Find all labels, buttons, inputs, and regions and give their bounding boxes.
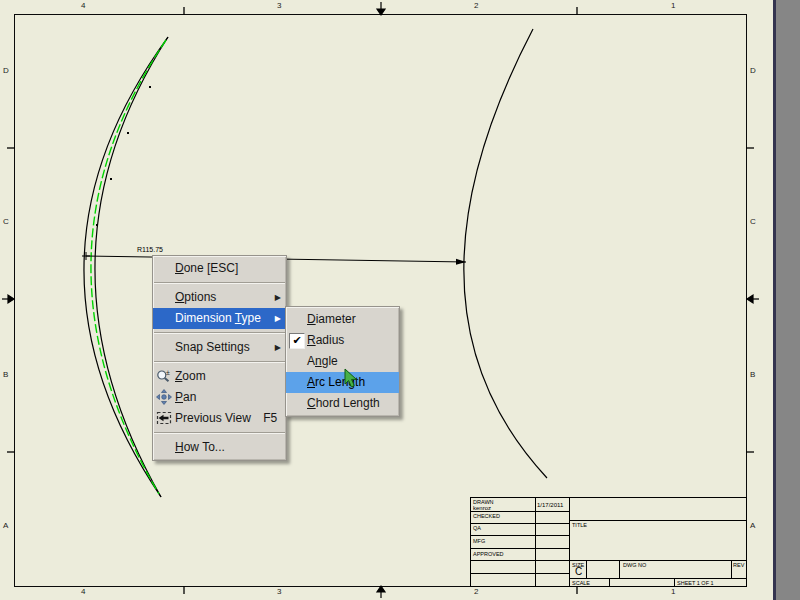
title-block-line — [471, 535, 570, 536]
title-block-line — [569, 578, 746, 579]
title-label: TITLE — [572, 522, 587, 528]
title-block: DRAWN kenroz 1/17/2011 CHECKED QA MFG AP… — [470, 497, 747, 587]
menu-item-label: Angle — [307, 354, 338, 368]
menu-item-label: Zoom — [175, 369, 206, 383]
context-menu: Done [ESC] Options ▶ Dimension Type ▶ Sn… — [152, 255, 287, 461]
zone-label-right-D: D — [750, 67, 756, 75]
previous-view-icon — [156, 410, 172, 426]
submenu-arrow-icon: ▶ — [275, 287, 281, 308]
menu-item-zoom[interactable]: ± Zoom — [153, 366, 286, 387]
menu-separator — [154, 282, 285, 284]
menu-item-label: Dimension Type — [175, 311, 261, 325]
menu-item-done[interactable]: Done [ESC] — [153, 258, 286, 279]
menu-item-label: Previous View — [175, 411, 251, 425]
menu-item-label: Pan — [175, 390, 196, 404]
zone-label-top-2: 2 — [474, 2, 478, 10]
submenu-arrow-icon: ▶ — [275, 308, 281, 329]
dimension-value-label[interactable]: R115.75 — [137, 246, 163, 253]
zone-label-bottom-3: 3 — [277, 588, 281, 596]
qa-label: QA — [473, 525, 481, 531]
submenu-item-angle[interactable]: Angle — [286, 351, 399, 372]
menu-separator — [154, 432, 285, 434]
submenu-item-chord-length[interactable]: Chord Length — [286, 393, 399, 414]
menu-item-label: Done [ESC] — [175, 261, 238, 275]
dimension-type-submenu: Diameter ✔ Radius Angle Arc Length Chord… — [285, 306, 400, 417]
zone-label-top-3: 3 — [277, 2, 281, 10]
menu-item-label: Options — [175, 290, 216, 304]
menu-item-label: Chord Length — [307, 396, 380, 410]
menu-item-options[interactable]: Options ▶ — [153, 287, 286, 308]
menu-item-label: Snap Settings — [175, 340, 250, 354]
menu-item-dimension-type[interactable]: Dimension Type ▶ — [153, 308, 286, 329]
menu-item-label: Arc Length — [307, 375, 365, 389]
menu-item-label: Radius — [307, 333, 344, 347]
title-block-line — [609, 578, 610, 586]
title-block-line — [471, 523, 570, 524]
submenu-item-radius[interactable]: ✔ Radius — [286, 330, 399, 351]
zone-label-right-C: C — [750, 218, 756, 226]
zone-label-left-B: B — [3, 371, 8, 379]
zone-label-bottom-1: 1 — [671, 588, 675, 596]
menu-item-shortcut: F5 — [263, 411, 277, 425]
checkmark-icon: ✔ — [289, 333, 305, 349]
submenu-arrow-icon: ▶ — [275, 337, 281, 358]
zone-label-top-4: 4 — [81, 2, 85, 10]
zone-label-top-1: 1 — [671, 2, 675, 10]
title-block-line — [471, 511, 570, 512]
menu-separator — [154, 332, 285, 334]
drawn-value: kenroz — [473, 505, 491, 511]
zone-label-right-B: B — [750, 371, 755, 379]
menu-item-label: Diameter — [307, 312, 356, 326]
svg-text:±: ± — [166, 369, 170, 376]
scale-label: SCALE — [572, 580, 590, 586]
zone-label-bottom-4: 4 — [81, 588, 85, 596]
title-block-line — [586, 560, 587, 578]
zone-label-left-C: C — [3, 218, 9, 226]
approved-label: APPROVED — [473, 551, 504, 557]
title-block-line — [674, 578, 675, 586]
menu-item-label: How To... — [175, 440, 225, 454]
pan-icon — [156, 389, 172, 405]
title-block-line — [569, 520, 746, 521]
right-arc[interactable] — [464, 29, 547, 478]
title-block-line — [731, 560, 732, 578]
sheet-label: SHEET 1 OF 1 — [677, 580, 714, 586]
menu-item-snap-settings[interactable]: Snap Settings ▶ — [153, 337, 286, 358]
title-block-line — [619, 560, 620, 578]
menu-item-how-to[interactable]: How To... — [153, 437, 286, 458]
size-value: C — [575, 567, 582, 577]
submenu-item-arc-length[interactable]: Arc Length — [286, 372, 399, 393]
menu-separator — [154, 361, 285, 363]
zone-label-right-A: A — [750, 522, 755, 530]
zoom-icon: ± — [156, 368, 172, 384]
title-block-line — [471, 573, 570, 574]
mfg-label: MFG — [473, 538, 485, 544]
zone-label-left-A: A — [3, 522, 8, 530]
submenu-item-diameter[interactable]: Diameter — [286, 309, 399, 330]
dwg-no-label: DWG NO — [623, 562, 646, 568]
title-block-line — [569, 560, 746, 561]
checked-label: CHECKED — [473, 513, 500, 519]
drawn-date: 1/17/2011 — [537, 502, 563, 508]
zone-label-bottom-2: 2 — [474, 588, 478, 596]
title-block-line — [471, 560, 570, 561]
title-block-line — [471, 548, 570, 549]
rev-label: REV — [733, 562, 744, 568]
menu-item-pan[interactable]: Pan — [153, 387, 286, 408]
menu-item-previous-view[interactable]: Previous View F5 — [153, 408, 286, 429]
zone-label-left-D: D — [3, 67, 9, 75]
